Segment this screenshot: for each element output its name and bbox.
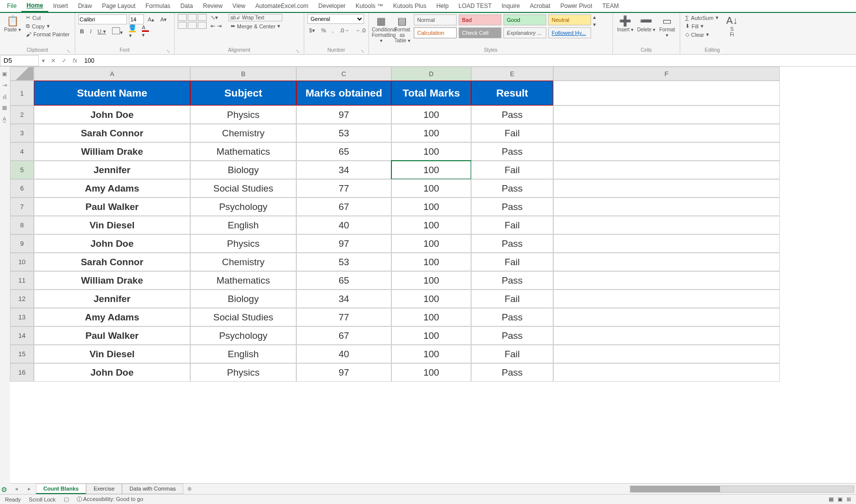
strip-icon-3[interactable]: 🖨 [2, 94, 7, 100]
row-header-5[interactable]: 5 [10, 161, 34, 179]
cell-F5[interactable] [553, 161, 780, 179]
cell-B6[interactable]: Social Studies [190, 179, 296, 198]
cell-A3[interactable]: Sarah Connor [34, 124, 190, 142]
cell-F1[interactable] [553, 81, 780, 105]
ribbon-tab-view[interactable]: View [228, 0, 250, 11]
cell-E2[interactable]: Pass [471, 105, 553, 124]
cell-F2[interactable] [553, 105, 780, 124]
page-break-view-icon[interactable]: ⊞ [847, 496, 851, 503]
cell-E3[interactable]: Fail [471, 124, 553, 142]
row-header-4[interactable]: 4 [10, 142, 34, 161]
cell-C2[interactable]: 97 [296, 105, 391, 124]
cell-A9[interactable]: John Doe [34, 234, 190, 253]
cell-A13[interactable]: Amy Adams [34, 308, 190, 326]
cell-B2[interactable]: Physics [190, 105, 296, 124]
ribbon-tab-draw[interactable]: Draw [73, 0, 97, 11]
cell-C5[interactable]: 34 [296, 161, 391, 179]
sheet-nav-prev[interactable]: ◂ [10, 486, 23, 492]
col-header-B[interactable]: B [190, 67, 296, 81]
format-as-table-button[interactable]: ▤Format as Table ▾ [393, 14, 412, 43]
alignment-dialog-icon[interactable]: ⤡ [296, 47, 300, 55]
clipboard-dialog-icon[interactable]: ⤡ [67, 47, 71, 55]
cell-C14[interactable]: 67 [296, 326, 391, 345]
row-header-12[interactable]: 12 [10, 290, 34, 308]
cell-style-followed-hy-[interactable]: Followed Hy... [548, 27, 591, 38]
decrease-indent-button[interactable]: ⇤ [211, 23, 215, 29]
ribbon-tab-load-test[interactable]: LOAD TEST [454, 0, 496, 11]
cell-F12[interactable] [553, 290, 780, 308]
cell-A7[interactable]: Paul Walker [34, 198, 190, 216]
sheet-tab-data-with-commas[interactable]: Data with Commas [122, 484, 183, 494]
col-header-E[interactable]: E [471, 67, 553, 81]
cancel-formula-icon[interactable]: ✕ [51, 57, 56, 64]
number-dialog-icon[interactable]: ⤡ [361, 47, 365, 55]
ribbon-tab-home[interactable]: Home [21, 0, 48, 12]
sheet-tab-count-blanks[interactable]: Count Blanks [36, 484, 86, 494]
cell-B12[interactable]: Biology [190, 290, 296, 308]
cell-A16[interactable]: John Doe [34, 363, 190, 382]
name-box[interactable] [0, 55, 39, 66]
cell-D6[interactable]: 100 [391, 179, 471, 198]
align-left-button[interactable] [178, 22, 187, 29]
table-header-0[interactable]: Student Name [34, 81, 190, 105]
decrease-font-icon[interactable]: A▾ [158, 16, 169, 23]
accessibility-status[interactable]: ⓘ Accessibility: Good to go [77, 496, 143, 503]
cell-E13[interactable]: Pass [471, 308, 553, 326]
cell-E12[interactable]: Fail [471, 290, 553, 308]
cell-A14[interactable]: Paul Walker [34, 326, 190, 345]
wrap-text-button[interactable]: ab↲Wrap Text [229, 14, 283, 21]
bold-button[interactable]: B [78, 28, 86, 34]
sort-filter-button[interactable]: A↓SFi [723, 14, 741, 37]
decrease-decimal-button[interactable]: ←.0 [354, 27, 367, 33]
macro-record-icon[interactable]: ▢ [64, 496, 69, 503]
cell-F14[interactable] [553, 326, 780, 345]
styles-more-button[interactable]: ▴ [593, 14, 596, 20]
percent-button[interactable]: % [319, 27, 328, 33]
cell-F16[interactable] [553, 363, 780, 382]
cell-E8[interactable]: Fail [471, 216, 553, 234]
align-top-button[interactable] [178, 14, 187, 21]
align-middle-button[interactable] [188, 14, 197, 21]
cell-E11[interactable]: Pass [471, 271, 553, 290]
strip-icon-2[interactable]: ⇥ [2, 82, 7, 89]
cell-C12[interactable]: 34 [296, 290, 391, 308]
cell-F3[interactable] [553, 124, 780, 142]
cell-D13[interactable]: 100 [391, 308, 471, 326]
increase-font-icon[interactable]: A▴ [146, 16, 156, 23]
cell-E15[interactable]: Fail [471, 345, 553, 363]
col-header-C[interactable]: C [296, 67, 391, 81]
cell-E6[interactable]: Pass [471, 179, 553, 198]
row-header-13[interactable]: 13 [10, 308, 34, 326]
cell-F15[interactable] [553, 345, 780, 363]
cell-C4[interactable]: 65 [296, 142, 391, 161]
cell-D12[interactable]: 100 [391, 290, 471, 308]
align-bottom-button[interactable] [198, 14, 207, 21]
cell-B9[interactable]: Physics [190, 234, 296, 253]
clear-button[interactable]: ◇Clear ▾ [683, 31, 721, 38]
cell-B5[interactable]: Biology [190, 161, 296, 179]
row-header-3[interactable]: 3 [10, 124, 34, 142]
cell-F7[interactable] [553, 198, 780, 216]
cell-A8[interactable]: Vin Diesel [34, 216, 190, 234]
increase-decimal-button[interactable]: .0→ [338, 27, 352, 33]
cell-D14[interactable]: 100 [391, 326, 471, 345]
align-center-button[interactable] [188, 22, 197, 29]
cell-B3[interactable]: Chemistry [190, 124, 296, 142]
cell-B8[interactable]: English [190, 216, 296, 234]
row-header-11[interactable]: 11 [10, 271, 34, 290]
cell-F10[interactable] [553, 253, 780, 271]
cell-E16[interactable]: Pass [471, 363, 553, 382]
cell-D8[interactable]: 100 [391, 216, 471, 234]
row-header-6[interactable]: 6 [10, 179, 34, 198]
cell-B10[interactable]: Chemistry [190, 253, 296, 271]
cell-C6[interactable]: 77 [296, 179, 391, 198]
cell-C11[interactable]: 65 [296, 271, 391, 290]
format-button[interactable]: ▭Format ▾ [658, 14, 677, 38]
insert-button[interactable]: ➕Insert ▾ [616, 14, 635, 32]
delete-button[interactable]: ➖Delete ▾ [637, 14, 656, 32]
cell-F9[interactable] [553, 234, 780, 253]
ribbon-tab-acrobat[interactable]: Acrobat [525, 0, 555, 11]
cell-A5[interactable]: Jennifer [34, 161, 190, 179]
cell-style-normal[interactable]: Normal [414, 14, 457, 25]
cell-A15[interactable]: Vin Diesel [34, 345, 190, 363]
